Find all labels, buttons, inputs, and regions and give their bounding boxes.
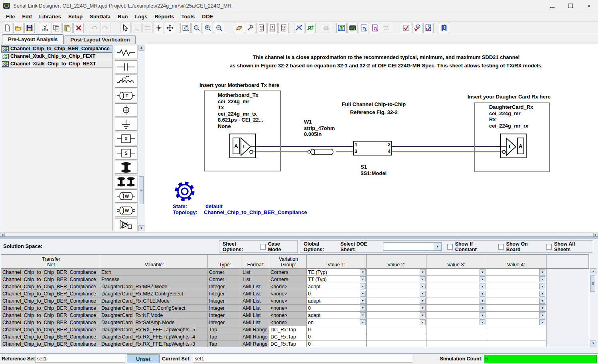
cell-value1[interactable]: adapt▼ [307, 283, 367, 290]
cell-value4[interactable]: ▼ [486, 297, 546, 305]
scroll-left-icon[interactable]: ◀ [0, 233, 5, 236]
dropdown-arrow-icon[interactable]: ▼ [434, 242, 442, 251]
waveform-viewer-icon[interactable] [336, 23, 347, 33]
move-icon[interactable] [165, 23, 175, 33]
cut-icon[interactable] [40, 23, 50, 33]
case-mode-checkbox[interactable] [260, 244, 266, 250]
zoom-window-icon[interactable] [191, 23, 202, 33]
show-if-constant-checkbox[interactable] [447, 244, 453, 250]
cell-value4[interactable]: ▼ [486, 312, 546, 319]
tree-item-xtalk-next[interactable]: Channel_Xtalk_Chip_to_Chip_NEXT [1, 60, 112, 68]
cell-value1[interactable]: 0 [307, 333, 367, 340]
palette-source[interactable] [115, 103, 137, 116]
dropdown-arrow-icon[interactable]: ▼ [539, 298, 545, 304]
simulation-console-icon[interactable] [347, 23, 358, 33]
schematic-canvas[interactable]: This channel is a close approximation to… [145, 44, 598, 232]
dropdown-arrow-icon[interactable]: ▼ [420, 276, 426, 282]
cell-value2[interactable]: ▼ [367, 269, 426, 276]
scroll-up-icon[interactable]: ▲ [590, 268, 596, 274]
dropdown-arrow-icon[interactable]: ▼ [420, 319, 426, 325]
select-cursor-icon[interactable] [120, 23, 130, 33]
zoom-out-icon[interactable] [214, 23, 224, 33]
show-all-sheets-checkbox[interactable] [546, 244, 552, 250]
net-waveform-icon[interactable] [305, 23, 316, 33]
cell-value4[interactable] [486, 333, 546, 340]
open-file-icon[interactable] [13, 23, 24, 33]
dropdown-arrow-icon[interactable]: ▼ [420, 298, 426, 304]
board-wizard-icon[interactable] [234, 23, 244, 33]
close-icon[interactable]: × [580, 0, 598, 12]
delete-icon[interactable] [73, 23, 84, 33]
menu-reports[interactable]: Reports [151, 13, 178, 20]
cell-value1[interactable]: adapt▼ [307, 312, 367, 319]
cell-value1[interactable]: on▼ [307, 319, 367, 326]
menu-logs[interactable]: Logs [131, 13, 151, 20]
paste-icon[interactable] [62, 23, 73, 33]
dropdown-arrow-icon[interactable]: ▼ [360, 319, 366, 325]
dropdown-arrow-icon[interactable]: ▼ [539, 269, 545, 275]
tree-item-ber-compliance[interactable]: Channel_Chip_to_Chip_BER_Compliance [1, 45, 112, 53]
menu-libraries[interactable]: Libraries [36, 13, 65, 20]
validate-report-icon[interactable] [423, 23, 434, 33]
palette-via-pair[interactable] [115, 175, 137, 188]
tab-post-layout-verification[interactable]: Post-Layout Verification [65, 35, 136, 44]
menu-file[interactable]: File [2, 13, 18, 20]
cell-value4[interactable]: ▼ [486, 269, 546, 276]
palette-w-line-coupled[interactable]: W [115, 204, 137, 217]
doe-sheet-value[interactable] [383, 242, 434, 251]
dropdown-arrow-icon[interactable]: ▼ [420, 291, 426, 297]
cell-value3[interactable] [426, 340, 486, 347]
cell-value1[interactable]: TT (Typ)▼ [307, 276, 367, 283]
dropdown-arrow-icon[interactable]: ▼ [420, 312, 426, 318]
dropdown-arrow-icon[interactable]: ▼ [420, 283, 426, 289]
menu-tools[interactable]: Tools [178, 13, 199, 20]
dropdown-arrow-icon[interactable]: ▼ [480, 291, 486, 297]
net-transfer-icon[interactable] [294, 23, 304, 33]
palette-scrollbar[interactable]: ▲ ☰ ▼ [138, 45, 144, 231]
cell-value1[interactable]: adapt▼ [307, 297, 367, 305]
current-set-field[interactable]: set1 [193, 355, 412, 363]
cell-value4[interactable]: ▼ [486, 283, 546, 290]
spice-deck-alt-icon[interactable]: S [278, 23, 289, 33]
dropdown-arrow-icon[interactable]: ▼ [360, 291, 366, 297]
include-file-icon[interactable]: I [267, 23, 278, 33]
cell-value2[interactable]: ▼ [367, 290, 426, 297]
dropdown-arrow-icon[interactable]: ▼ [360, 283, 366, 289]
validate-sheet-icon[interactable] [401, 23, 411, 33]
cell-value3[interactable]: ▼ [426, 312, 486, 319]
palette-buffer-probe[interactable] [115, 218, 137, 231]
dropdown-arrow-icon[interactable]: ▼ [420, 305, 426, 311]
doe-sheet-combobox[interactable]: ▼ [383, 242, 442, 251]
table-scrollbar[interactable]: ▲ ☰ ▼ [590, 268, 596, 347]
dropdown-arrow-icon[interactable]: ▼ [360, 269, 366, 275]
tree-item-xtalk-fext[interactable]: Channel_Xtalk_Chip_to_Chip_FEXT [1, 53, 112, 60]
cell-value2[interactable]: ▼ [367, 276, 426, 283]
scroll-thumb[interactable]: ☰ [590, 275, 595, 292]
cell-value2[interactable]: ▼ [367, 297, 426, 305]
dropdown-arrow-icon[interactable]: ▼ [480, 305, 486, 311]
dropdown-arrow-icon[interactable]: ▼ [480, 276, 486, 282]
spice-deck-icon[interactable]: S [256, 23, 266, 33]
rx-buffer-symbol[interactable]: I A [497, 129, 529, 161]
reference-set-field[interactable]: set1 [35, 355, 125, 363]
menu-run[interactable]: Run [114, 13, 131, 20]
menu-doe[interactable]: DOE [198, 13, 217, 20]
maximize-icon[interactable] [561, 0, 580, 12]
dropdown-arrow-icon[interactable]: ▼ [539, 291, 545, 297]
dropdown-arrow-icon[interactable]: ▼ [480, 298, 486, 304]
probe-point-icon[interactable] [154, 23, 164, 33]
cell-value3[interactable]: ▼ [426, 276, 486, 283]
copy-icon[interactable] [51, 23, 61, 33]
dropdown-arrow-icon[interactable]: ▼ [480, 283, 486, 289]
zoom-full-icon[interactable] [180, 23, 191, 33]
palette-resistor[interactable] [115, 46, 137, 59]
model-tune-icon[interactable] [245, 23, 255, 33]
cell-value1[interactable]: 0▼ [307, 290, 367, 297]
cell-value4[interactable] [486, 340, 546, 347]
tab-pre-layout-analysis[interactable]: Pre-Layout Analysis [2, 34, 64, 44]
cell-value2[interactable] [367, 340, 426, 347]
palette-ground[interactable] [115, 118, 137, 131]
dropdown-arrow-icon[interactable]: ▼ [539, 312, 545, 318]
cell-value3[interactable]: ▼ [426, 297, 486, 305]
palette-w-line[interactable]: W [115, 189, 137, 203]
